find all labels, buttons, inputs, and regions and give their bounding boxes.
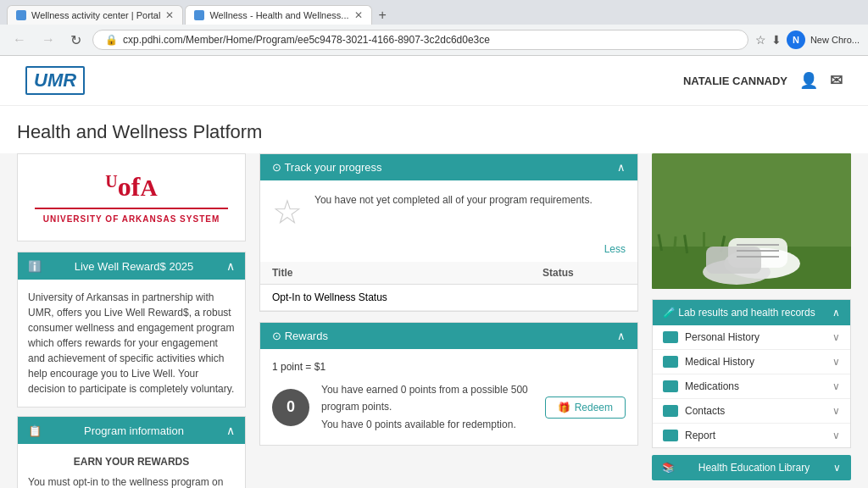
- user-avatar-icon[interactable]: 👤: [799, 71, 818, 90]
- shoe-visual: [652, 153, 851, 289]
- less-link[interactable]: Less: [260, 243, 637, 262]
- star-icon: ☆: [272, 192, 303, 231]
- address-text: cxp.pdhi.com/Member/Home/Program/ee5c947…: [123, 34, 490, 46]
- svg-rect-5: [703, 232, 705, 253]
- medications-chevron: ∨: [832, 380, 840, 392]
- medical-history-label: Medical History: [685, 356, 754, 368]
- program-info-header[interactable]: 📋 Program information ∧: [18, 417, 245, 444]
- download-button[interactable]: ⬇: [771, 33, 782, 47]
- lab-item-report[interactable]: Report ∨: [653, 424, 850, 447]
- redeem-label: Redeem: [575, 402, 613, 413]
- tab-label-1: Wellness activity center | Portal: [31, 10, 160, 20]
- rewards-row: 0 You have earned 0 points from a possib…: [272, 381, 626, 433]
- rewards-icon: ⊙: [272, 330, 281, 342]
- page-content: UMR NATALIE CANNADY 👤 ✉ Health and Welln…: [0, 56, 868, 488]
- table-row: Opt-In to Wellness Status: [260, 285, 637, 311]
- live-well-header-icon: ℹ️: [28, 260, 42, 273]
- tab-favicon-2: [194, 10, 204, 20]
- program-info-accordion: 📋 Program information ∧ EARN YOUR REWARD…: [17, 416, 246, 488]
- lab-item-medical-history[interactable]: Medical History ∨: [653, 350, 850, 374]
- lab-icon: 🧪: [663, 307, 676, 319]
- health-education-header[interactable]: 📚 Health Education Library ∨: [652, 455, 851, 480]
- rewards-label: Rewards: [285, 330, 328, 342]
- contacts-chevron: ∨: [832, 405, 840, 417]
- back-button[interactable]: ←: [8, 30, 31, 49]
- report-chevron: ∨: [832, 430, 840, 441]
- user-info: NATALIE CANNADY 👤 ✉: [683, 71, 843, 90]
- table-cell-status: [531, 285, 637, 311]
- table-header-status: Status: [531, 262, 637, 285]
- medical-history-chevron: ∨: [832, 356, 840, 368]
- health-edu-chevron: ∨: [833, 462, 841, 474]
- rewards-content: 1 point = $1 0 You have earned 0 points …: [260, 349, 637, 445]
- middle-column: ⊙ Track your progress ∧ ☆ You have not y…: [259, 153, 638, 488]
- program-info-chevron: ∧: [226, 424, 235, 437]
- medications-label: Medications: [685, 380, 739, 392]
- site-header: UMR NATALIE CANNADY 👤 ✉: [0, 56, 868, 106]
- live-well-header-label: Live Well Reward$ 2025: [75, 260, 194, 273]
- report-label: Report: [685, 430, 715, 441]
- rewards-text: You have earned 0 points from a possible…: [321, 381, 533, 433]
- personal-history-chevron: ∨: [832, 331, 840, 343]
- contacts-icon: [663, 405, 678, 417]
- health-edu-label: Health Education Library: [698, 462, 810, 474]
- medical-history-icon: [663, 356, 678, 368]
- track-progress-label: Track your progress: [284, 161, 381, 174]
- contacts-label: Contacts: [685, 405, 725, 417]
- page-title-area: Health and Wellness Platform: [0, 106, 868, 153]
- user-name: NATALIE CANNADY: [683, 75, 787, 87]
- lab-item-contacts[interactable]: Contacts ∨: [653, 399, 850, 424]
- medications-icon: [663, 380, 678, 392]
- left-column: UofA UNIVERSITY OF ARKANSAS SYSTEM ℹ️ Li…: [17, 153, 246, 488]
- tab-wellness-portal[interactable]: Wellness activity center | Portal ✕: [7, 5, 183, 25]
- umr-logo: UMR: [25, 66, 85, 95]
- progress-message: You have not yet completed all of your p…: [314, 192, 593, 208]
- personal-history-icon: [663, 331, 678, 343]
- program-info-body: EARN YOUR REWARDS You must opt-in to the…: [18, 444, 245, 488]
- rewards-box: ⊙ Rewards ∧ 1 point = $1 0 You have earn…: [259, 322, 638, 446]
- personal-history-label: Personal History: [685, 331, 760, 343]
- bookmark-button[interactable]: ☆: [755, 33, 766, 47]
- lab-items-list: Personal History ∨ Medical History ∨: [653, 325, 850, 447]
- tab-close-2[interactable]: ✕: [354, 9, 363, 21]
- lab-header-label: Lab results and health records: [678, 307, 815, 319]
- points-circle: 0: [272, 389, 309, 426]
- program-info-label: Program information: [84, 424, 184, 437]
- progress-table: Title Status Opt-In to Wellness Status: [260, 262, 637, 311]
- table-header-title: Title: [260, 262, 531, 285]
- track-progress-chevron: ∧: [617, 161, 626, 174]
- lab-item-medications[interactable]: Medications ∨: [653, 374, 850, 399]
- live-well-text: University of Arkansas in partnership wi…: [28, 290, 235, 396]
- new-chrome-button[interactable]: New Chro...: [810, 35, 860, 45]
- live-well-accordion: ℹ️ Live Well Reward$ 2025 ∧ University o…: [17, 252, 246, 408]
- track-progress-header[interactable]: ⊙ Track your progress ∧: [260, 154, 637, 180]
- tab-wellness-health[interactable]: Wellness - Health and Wellness... ✕: [185, 5, 371, 25]
- lab-item-personal-history[interactable]: Personal History ∨: [653, 325, 850, 350]
- earn-text: You must opt-in to the wellness program …: [28, 474, 235, 488]
- tab-label-2: Wellness - Health and Wellness...: [209, 10, 348, 20]
- redeem-button[interactable]: 🎁 Redeem: [545, 396, 626, 419]
- points-equation: 1 point = $1: [272, 361, 626, 373]
- tab-close-1[interactable]: ✕: [165, 9, 174, 21]
- uark-subtitle: UNIVERSITY OF ARKANSAS SYSTEM: [35, 214, 228, 224]
- report-icon: [663, 430, 678, 441]
- earned-text: You have earned 0 points from a possible…: [321, 381, 533, 416]
- rewards-header[interactable]: ⊙ Rewards ∧: [260, 323, 637, 349]
- table-cell-title: Opt-In to Wellness Status: [260, 285, 531, 311]
- new-tab-button[interactable]: +: [374, 6, 392, 25]
- forward-button[interactable]: →: [37, 30, 59, 49]
- lab-header[interactable]: 🧪 Lab results and health records ∧: [653, 300, 850, 325]
- live-well-header[interactable]: ℹ️ Live Well Reward$ 2025 ∧: [18, 252, 245, 280]
- address-bar[interactable]: 🔒 cxp.pdhi.com/Member/Home/Program/ee5c9…: [92, 30, 748, 50]
- available-text: You have 0 points available for redempti…: [321, 416, 533, 433]
- track-icon: ⊙: [272, 161, 281, 174]
- right-column: 🧪 Lab results and health records ∧ Perso…: [652, 153, 851, 488]
- profile-button[interactable]: N: [787, 30, 805, 49]
- redeem-icon: 🎁: [558, 402, 570, 413]
- track-progress-box: ⊙ Track your progress ∧ ☆ You have not y…: [259, 153, 638, 312]
- reload-button[interactable]: ↻: [66, 30, 86, 50]
- uark-logo-text: UofA: [35, 171, 228, 202]
- lab-chevron: ∧: [832, 307, 840, 319]
- mail-icon[interactable]: ✉: [830, 71, 843, 90]
- uark-divider: [35, 208, 228, 209]
